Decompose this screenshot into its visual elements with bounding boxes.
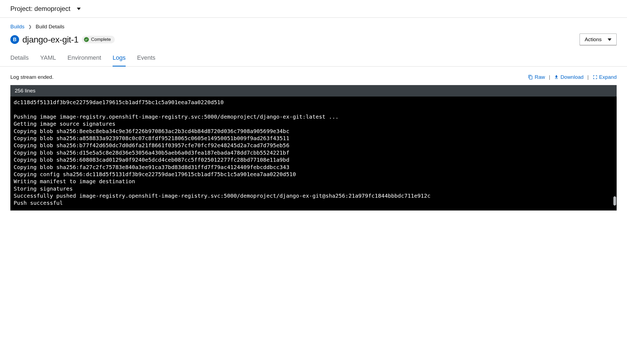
expand-label: Expand bbox=[599, 74, 617, 80]
title-left: B django-ex-git-1 Complete bbox=[10, 35, 115, 45]
caret-down-icon bbox=[608, 38, 611, 41]
raw-label: Raw bbox=[535, 74, 545, 80]
page-title: django-ex-git-1 bbox=[22, 35, 79, 45]
breadcrumb-current: Build Details bbox=[36, 24, 65, 30]
log-stream-status: Log stream ended. bbox=[10, 74, 53, 80]
project-selector-label[interactable]: Project: demoproject bbox=[10, 5, 70, 13]
status-badge: Complete bbox=[82, 36, 115, 43]
log-panel: Log stream ended. Raw | Download | Expan… bbox=[0, 67, 627, 210]
chevron-right-icon: ❯ bbox=[28, 24, 32, 29]
content-header: Builds ❯ Build Details B django-ex-git-1… bbox=[0, 18, 627, 52]
log-body-wrap: dc118d5f5131df3b9ce22759dae179615cb1adf7… bbox=[10, 97, 617, 210]
raw-button[interactable]: Raw bbox=[528, 74, 545, 80]
breadcrumb: Builds ❯ Build Details bbox=[10, 24, 617, 30]
tab-events[interactable]: Events bbox=[137, 52, 155, 66]
download-button[interactable]: Download bbox=[554, 74, 584, 80]
caret-down-icon[interactable] bbox=[77, 8, 81, 10]
breadcrumb-parent-link[interactable]: Builds bbox=[10, 24, 25, 30]
build-resource-icon: B bbox=[10, 35, 19, 44]
title-row: B django-ex-git-1 Complete Actions bbox=[10, 34, 617, 52]
check-circle-icon bbox=[84, 37, 89, 42]
status-text: Complete bbox=[91, 37, 111, 42]
tabs: Details YAML Environment Logs Events bbox=[0, 52, 627, 67]
download-label: Download bbox=[560, 74, 584, 80]
tab-details[interactable]: Details bbox=[10, 52, 29, 66]
project-bar: Project: demoproject bbox=[0, 0, 627, 18]
log-output[interactable]: dc118d5f5131df3b9ce22759dae179615cb1adf7… bbox=[10, 97, 617, 210]
tab-yaml[interactable]: YAML bbox=[40, 52, 56, 66]
actions-dropdown[interactable]: Actions bbox=[580, 34, 617, 46]
log-line-count: 256 lines bbox=[10, 85, 617, 97]
tab-environment[interactable]: Environment bbox=[68, 52, 101, 66]
divider: | bbox=[587, 74, 589, 80]
copy-icon bbox=[528, 75, 533, 80]
download-icon bbox=[554, 75, 559, 80]
log-toolbar: Log stream ended. Raw | Download | Expan… bbox=[10, 74, 617, 80]
log-actions: Raw | Download | Expand bbox=[528, 74, 617, 80]
expand-icon bbox=[593, 75, 598, 80]
actions-label: Actions bbox=[585, 37, 602, 43]
tab-logs[interactable]: Logs bbox=[113, 52, 126, 66]
expand-button[interactable]: Expand bbox=[593, 74, 617, 80]
vertical-scrollbar[interactable] bbox=[613, 196, 616, 206]
divider: | bbox=[549, 74, 550, 80]
